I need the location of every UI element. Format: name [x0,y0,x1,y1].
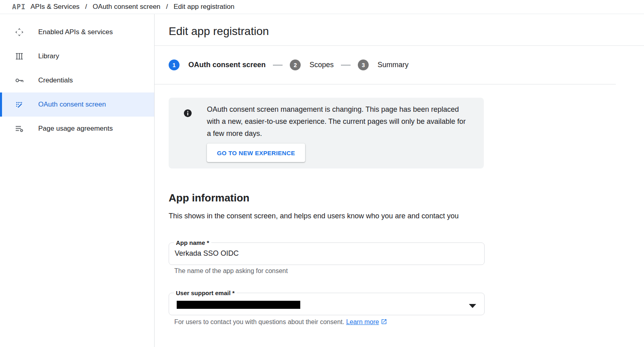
breadcrumb-separator: / [166,3,168,11]
sidebar-item-credentials[interactable]: Credentials [0,68,154,92]
sidebar: Enabled APIs & services Library Credenti… [0,14,155,347]
banner-message: OAuth consent screen management is chang… [207,103,469,140]
chevron-down-icon[interactable] [469,302,476,306]
step-3-label[interactable]: Summary [378,61,409,69]
page-usage-icon [14,124,24,133]
stepper: 1 OAuth consent screen 2 Scopes 3 Summar… [169,46,644,84]
user-support-email-label: User support email * [174,290,237,296]
user-support-email-field-group: User support email * For users to contac… [169,293,485,326]
app-name-value: Verkada SSO OIDC [169,243,484,258]
step-2-label[interactable]: Scopes [310,61,334,69]
main-content: Edit app registration 1 OAuth consent sc… [155,14,644,347]
step-2-circle: 2 [290,60,301,70]
key-icon [14,76,24,85]
oauth-consent-icon [14,100,24,109]
app-name-helper: The name of the app asking for consent [174,267,485,275]
user-support-email-helper: For users to contact you with questions … [174,318,485,326]
helper-text: For users to contact you with questions … [174,318,344,325]
selected-indicator [0,92,2,117]
info-banner: OAuth consent screen management is chang… [169,98,484,168]
user-support-email-select[interactable]: User support email * [169,293,485,315]
sidebar-item-label: Enabled APIs & services [38,28,113,36]
divider [155,84,616,84]
step-1-circle: 1 [169,60,180,70]
breadcrumb-edit-app-registration: Edit app registration [173,3,234,11]
breadcrumb-apis-services[interactable]: APIs & Services [31,3,80,11]
step-1-label: OAuth consent screen [188,61,266,69]
api-logo: API [12,3,26,11]
app-name-label: App name * [174,239,211,246]
step-connector [341,65,351,66]
sidebar-item-oauth-consent-screen[interactable]: OAuth consent screen [0,92,154,117]
external-link-icon[interactable] [381,318,387,325]
info-icon [184,109,192,117]
breadcrumb-oauth-consent-screen[interactable]: OAuth consent screen [93,3,160,11]
breadcrumb-separator: / [85,3,87,11]
top-bar: API APIs & Services / OAuth consent scre… [0,0,644,14]
enabled-apis-icon [14,27,24,37]
sidebar-item-label: Credentials [38,76,73,84]
sidebar-item-library[interactable]: Library [0,44,154,68]
go-to-new-experience-button[interactable]: GO TO NEW EXPERIENCE [207,144,305,162]
page-title: Edit app registration [169,23,644,39]
section-description: This shows in the consent screen, and he… [169,210,471,222]
sidebar-item-page-usage-agreements[interactable]: Page usage agreements [0,117,154,141]
section-heading: App information [169,191,644,205]
sidebar-item-enabled-apis[interactable]: Enabled APIs & services [0,20,154,44]
library-icon [14,51,24,61]
sidebar-item-label: Library [38,52,59,60]
app-name-field-group: App name * Verkada SSO OIDC The name of … [169,242,485,275]
app-name-input[interactable]: App name * Verkada SSO OIDC [169,242,485,265]
step-3-circle: 3 [358,60,369,70]
redacted-email-value [177,301,300,309]
sidebar-item-label: OAuth consent screen [38,101,106,109]
step-connector [273,65,283,66]
sidebar-item-label: Page usage agreements [38,125,113,133]
learn-more-link[interactable]: Learn more [346,318,379,325]
